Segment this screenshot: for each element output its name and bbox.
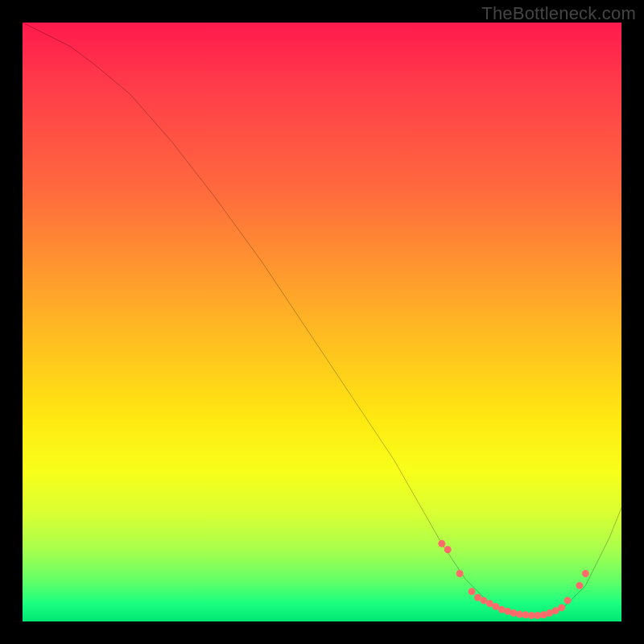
marker-dot [456, 570, 464, 577]
marker-dot [469, 588, 476, 595]
marker-dot [582, 570, 589, 577]
marker-dot [564, 597, 572, 604]
plot-area [23, 23, 621, 621]
marker-group [438, 540, 588, 619]
marker-dot [510, 609, 518, 617]
marker-dot [558, 604, 565, 611]
bottleneck-curve [23, 23, 621, 616]
chart-frame: TheBottleneck.com [0, 0, 644, 644]
marker-dot [576, 582, 583, 589]
curve-layer [23, 23, 621, 621]
marker-dot [444, 546, 452, 553]
watermark-text: TheBottleneck.com [481, 3, 636, 24]
marker-dot [438, 540, 445, 547]
